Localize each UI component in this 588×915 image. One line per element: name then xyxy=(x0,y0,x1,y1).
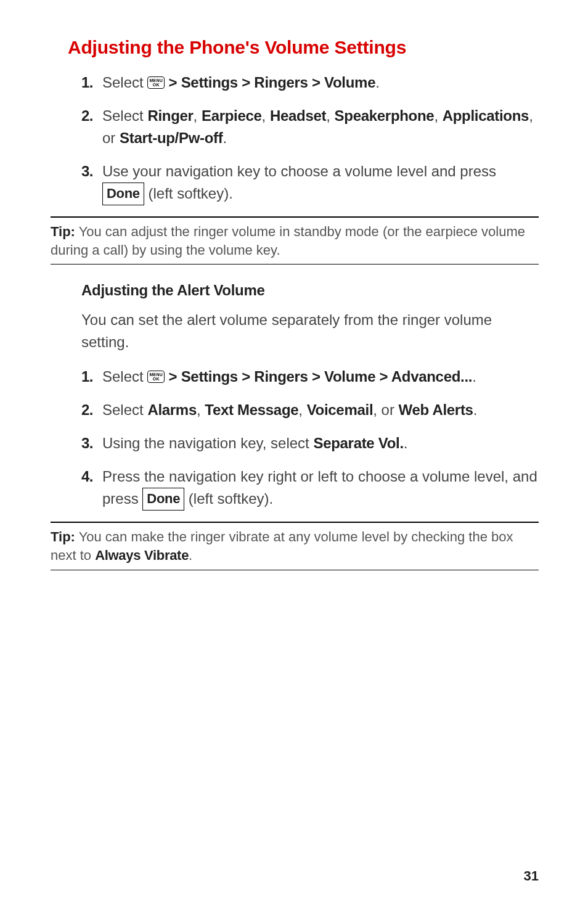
step-2-3: 3. Using the navigation key, select Sepa… xyxy=(81,432,539,454)
sub-title-alert: Adjusting the Alert Volume xyxy=(81,282,539,299)
option: Web Alerts xyxy=(399,401,473,418)
step-1-1: 1. Select MENUOK > Settings > Ringers > … xyxy=(81,72,539,94)
comma: , xyxy=(262,107,270,124)
option: Start-up/Pw-off xyxy=(120,129,223,146)
step-num: 1. xyxy=(81,72,93,94)
step-num: 3. xyxy=(81,432,93,454)
step-text: Select xyxy=(102,368,147,385)
step-2-4: 4. Press the navigation key right or lef… xyxy=(81,466,539,511)
option: Headset xyxy=(270,107,326,124)
step-num: 4. xyxy=(81,466,93,488)
step-text: Select xyxy=(102,107,147,124)
option: Earpiece xyxy=(202,107,262,124)
option: Applications xyxy=(443,107,529,124)
done-key: Done xyxy=(102,183,144,205)
steps-list-2: 1. Select MENUOK > Settings > Ringers > … xyxy=(81,366,539,511)
step-text: (left softkey). xyxy=(144,185,233,202)
period: . xyxy=(473,401,478,418)
tip-box-2: Tip: You can make the ringer vibrate at … xyxy=(51,522,539,570)
option: Alarms xyxy=(147,401,197,418)
option: Separate Vol. xyxy=(313,435,403,451)
always-vibrate: Always Vibrate xyxy=(95,548,189,563)
tip-text: You can adjust the ringer volume in stan… xyxy=(51,224,525,258)
option: Ringer xyxy=(147,107,193,124)
option: Voicemail xyxy=(307,401,374,418)
section-title-volume: Adjusting the Phone's Volume Settings xyxy=(68,37,539,58)
done-key: Done xyxy=(142,488,184,511)
option: Speakerphone xyxy=(335,107,435,124)
step-2-2: 2. Select Alarms, Text Message, Voicemai… xyxy=(81,399,539,421)
step-1-2: 2. Select Ringer, Earpiece, Headset, Spe… xyxy=(81,105,539,149)
step-text: Select xyxy=(102,74,147,91)
menu-ok-icon: MENUOK xyxy=(147,371,165,383)
step-1-3: 3. Use your navigation key to choose a v… xyxy=(81,160,539,205)
tip-label: Tip: xyxy=(51,224,75,239)
page-number: 31 xyxy=(524,868,539,884)
comma: , xyxy=(434,107,442,124)
comma: , or xyxy=(373,401,398,418)
tip-box-1: Tip: You can adjust the ringer volume in… xyxy=(51,216,539,265)
period: . xyxy=(404,435,408,451)
step-text: Use your navigation key to choose a volu… xyxy=(102,163,496,179)
step-num: 2. xyxy=(81,105,93,127)
tip-label: Tip: xyxy=(51,529,75,544)
tip-text: . xyxy=(189,548,192,563)
step-num: 2. xyxy=(81,399,93,421)
step-2-1: 1. Select MENUOK > Settings > Ringers > … xyxy=(81,366,539,388)
step-text: Using the navigation key, select xyxy=(102,435,313,451)
intro-text: You can set the alert volume separately … xyxy=(81,309,539,353)
step-num: 3. xyxy=(81,160,93,183)
comma: , xyxy=(326,107,334,124)
step-num: 1. xyxy=(81,366,93,388)
steps-list-1: 1. Select MENUOK > Settings > Ringers > … xyxy=(81,72,539,205)
path: > Settings > Ringers > Volume > Advanced… xyxy=(165,368,472,385)
step-text: . xyxy=(375,74,380,91)
step-text: (left softkey). xyxy=(184,490,273,507)
comma: , xyxy=(197,401,205,418)
period: . xyxy=(472,368,476,385)
comma: , xyxy=(194,107,202,124)
path: > Settings > Ringers > Volume xyxy=(165,74,375,91)
option: Text Message xyxy=(205,401,298,418)
step-text: Select xyxy=(102,401,147,418)
menu-ok-icon: MENUOK xyxy=(147,76,165,89)
period: . xyxy=(223,129,227,146)
comma: , xyxy=(298,401,306,418)
